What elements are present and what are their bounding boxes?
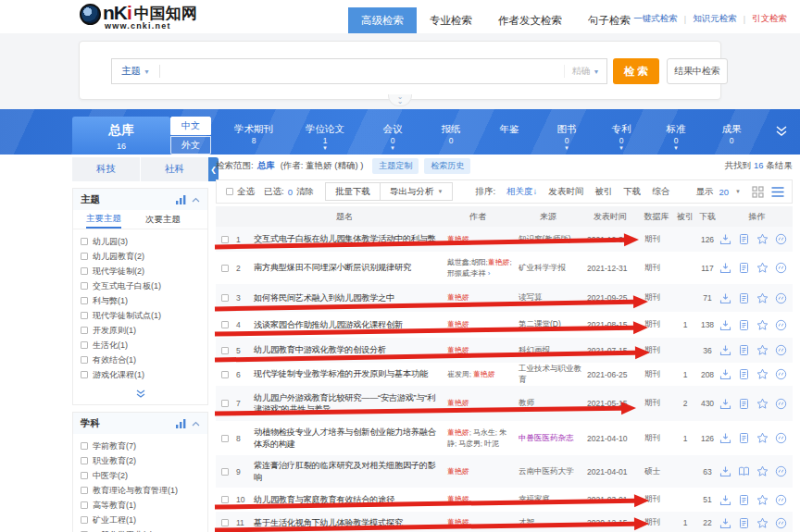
collect-icon[interactable] <box>756 432 769 444</box>
sort-被引[interactable]: 被引 <box>594 186 612 198</box>
result-source[interactable]: 第二课堂(D) <box>514 319 582 330</box>
collapse-search-chevron-icon[interactable]: ⌄⌄ <box>388 94 412 106</box>
batch-download-button[interactable]: 批量下载 <box>325 182 380 201</box>
filter-item[interactable]: 利与弊(1) <box>81 293 200 308</box>
author[interactable]: 崔发周; <box>447 370 473 378</box>
collect-icon[interactable] <box>756 233 769 245</box>
collect-icon[interactable] <box>756 494 769 506</box>
item-checkbox[interactable] <box>81 327 88 334</box>
author-highlight[interactable]: 董艳娇 <box>447 320 469 328</box>
row-checkbox[interactable] <box>221 468 229 476</box>
author-highlight[interactable]: 董艳娇 <box>447 467 469 476</box>
sort-发表时间[interactable]: 发表时间 <box>548 186 583 198</box>
row-checkbox[interactable] <box>221 400 229 407</box>
item-checkbox[interactable] <box>81 238 88 245</box>
group-tab-次要主题[interactable]: 次要主题 <box>145 210 181 229</box>
item-checkbox[interactable] <box>81 472 88 479</box>
author-highlight[interactable]: 董艳娇 <box>447 293 469 302</box>
result-title[interactable]: 交互式电子白板在幼儿园集体教学活动中的利与弊 <box>247 233 442 245</box>
filter-item[interactable]: 矿业工程(1) <box>81 513 200 527</box>
sidebar-tab-keji[interactable]: 科技 <box>72 157 140 181</box>
collapse-caret-icon[interactable] <box>192 197 200 203</box>
nav-tab-高级检索[interactable]: 高级检索 <box>348 7 417 33</box>
top-link-一键式检索[interactable]: 一键式检索 <box>633 13 678 25</box>
filter-item[interactable]: 幼儿园(3) <box>81 234 200 249</box>
download-icon[interactable] <box>719 319 731 331</box>
result-source[interactable]: 矿业科学学报 <box>514 263 582 274</box>
author-highlight[interactable]: 董艳娇 <box>447 518 469 526</box>
collect-icon[interactable] <box>756 344 769 356</box>
quote-icon[interactable] <box>775 319 787 331</box>
select-all-label[interactable]: 全选 <box>237 186 255 198</box>
download-icon[interactable] <box>719 344 731 356</box>
read-icon[interactable] <box>738 432 750 444</box>
filter-item[interactable]: 学前教育(7) <box>81 439 200 453</box>
download-icon[interactable] <box>719 368 731 380</box>
filter-item[interactable]: 游戏化课程(1) <box>81 367 200 382</box>
lang-tab-中文[interactable]: 中文 <box>170 117 211 135</box>
db-category-会议[interactable]: 会议0▼ <box>363 120 422 151</box>
item-checkbox[interactable] <box>81 487 88 494</box>
topic-custom-button[interactable]: 主题定制 <box>372 158 419 174</box>
quote-icon[interactable] <box>775 398 787 410</box>
download-icon[interactable] <box>719 233 731 245</box>
author-highlight[interactable]: 董艳娇 <box>447 399 469 407</box>
filter-item[interactable]: 一般化学工业(1) <box>81 527 200 532</box>
quote-icon[interactable] <box>775 432 787 444</box>
select-all-checkbox[interactable] <box>226 188 233 195</box>
list-view-icon[interactable] <box>771 186 784 198</box>
db-category-图书[interactable]: 图书0▼ <box>539 120 594 151</box>
result-source[interactable]: 云南中医药大学 <box>514 466 582 477</box>
quote-icon[interactable] <box>775 292 787 304</box>
result-title[interactable]: 如何将民间艺术融入到幼儿园教学之中 <box>247 292 442 304</box>
db-category-学术期刊[interactable]: 学术期刊8 <box>220 120 287 151</box>
result-source[interactable]: 才智 <box>514 517 582 528</box>
item-checkbox[interactable] <box>81 516 88 524</box>
item-checkbox[interactable] <box>81 457 88 464</box>
sort-相关度[interactable]: 相关度↓ <box>506 186 537 198</box>
author-highlight[interactable]: 董艳娇 <box>447 495 469 503</box>
item-checkbox[interactable] <box>81 312 88 319</box>
result-source[interactable]: 科幻画报 <box>514 345 582 356</box>
read-icon[interactable] <box>738 494 750 506</box>
filter-item[interactable]: 教育理论与教育管理(1) <box>81 483 200 498</box>
author[interactable]: 戴世鑫;胡阳; <box>447 258 488 266</box>
collect-icon[interactable] <box>756 292 769 304</box>
quote-icon[interactable] <box>775 262 787 274</box>
read-icon[interactable] <box>738 398 750 410</box>
filter-item[interactable]: 职业教育(2) <box>81 453 200 468</box>
db-category-年鉴[interactable]: 年鉴 <box>480 120 539 151</box>
filter-item[interactable]: 生活化(1) <box>81 338 200 353</box>
read-icon[interactable] <box>738 368 750 380</box>
search-input[interactable] <box>160 60 564 82</box>
collect-icon[interactable] <box>756 368 769 380</box>
download-icon[interactable] <box>719 292 731 304</box>
collect-icon[interactable] <box>756 262 769 274</box>
author-highlight[interactable]: 董艳娇 <box>447 346 469 354</box>
db-category-专利[interactable]: 专利0▼ <box>594 120 648 151</box>
author-highlight[interactable]: 董艳娇 <box>447 235 469 243</box>
db-category-学位论文[interactable]: 学位论文1▼ <box>287 120 363 151</box>
filter-item[interactable]: 幼儿园教育(2) <box>81 249 200 264</box>
export-analyze-button[interactable]: 导出与分析▼ <box>380 182 453 201</box>
quote-icon[interactable] <box>775 344 787 356</box>
item-checkbox[interactable] <box>81 267 88 275</box>
top-link-知识元检索[interactable]: 知识元检索 <box>693 13 737 25</box>
quote-icon[interactable] <box>775 368 787 380</box>
nav-tab-作者发文检索[interactable]: 作者发文检索 <box>485 7 575 33</box>
item-checkbox[interactable] <box>81 341 88 349</box>
sort-bars-icon[interactable] <box>176 419 186 428</box>
clear-button[interactable]: 清除 <box>296 186 314 198</box>
sort-bars-icon[interactable] <box>176 195 186 204</box>
filter-item[interactable]: 高等教育(1) <box>81 498 200 513</box>
row-checkbox[interactable] <box>221 236 229 243</box>
download-icon[interactable] <box>719 517 731 529</box>
result-title[interactable]: 幼儿园教育中游戏化教学的创设分析 <box>247 344 442 356</box>
quote-icon[interactable] <box>775 233 787 245</box>
row-checkbox[interactable] <box>221 435 229 442</box>
band-more-chevron-icon[interactable] <box>774 124 789 139</box>
quote-icon[interactable] <box>775 465 787 477</box>
search-button[interactable]: 检索 <box>613 58 659 84</box>
item-checkbox[interactable] <box>81 442 88 450</box>
display-count[interactable]: 20 <box>719 187 729 197</box>
